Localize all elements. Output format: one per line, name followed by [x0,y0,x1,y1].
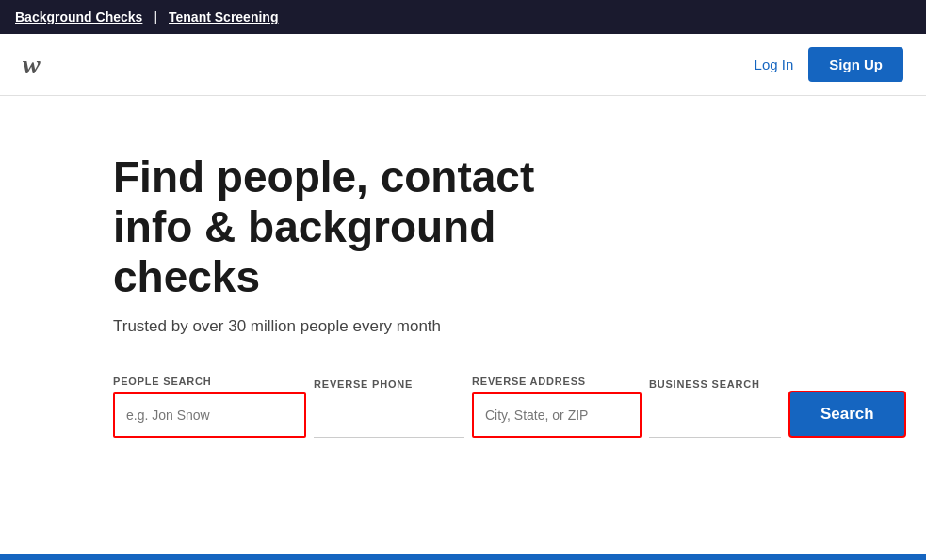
search-button[interactable]: Search [788,391,906,438]
top-bar: Background Checks | Tenant Screening [0,0,926,34]
hero-title: Find people, contact info & background c… [113,152,622,302]
reverse-phone-label: REVERSE PHONE [314,378,464,390]
reverse-address-label: REVERSE ADDRESS [472,376,642,387]
reverse-phone-input[interactable] [314,395,464,438]
header: w Log In Sign Up [0,34,926,96]
signup-button[interactable]: Sign Up [808,47,903,82]
header-actions: Log In Sign Up [755,47,903,82]
tenant-screening-link[interactable]: Tenant Screening [169,9,278,24]
logo: w [23,50,41,80]
top-bar-divider: | [154,9,157,24]
business-search-label: BUSINESS SEARCH [649,378,781,390]
business-search-group: BUSINESS SEARCH [649,378,781,438]
login-link[interactable]: Log In [755,56,794,72]
people-search-label: PEOPLE SEARCH [113,376,306,387]
people-search-input[interactable] [113,392,306,438]
hero-section: Find people, contact info & background c… [0,96,926,475]
reverse-address-group: REVERSE ADDRESS [472,376,642,438]
hero-subtitle: Trusted by over 30 million people every … [113,317,926,336]
reverse-address-input[interactable] [472,392,642,438]
bottom-bar [0,554,926,560]
reverse-phone-group: REVERSE PHONE [314,378,464,438]
background-checks-link[interactable]: Background Checks [15,9,142,24]
business-search-input[interactable] [649,395,781,438]
people-search-group: PEOPLE SEARCH [113,376,306,438]
search-bar: PEOPLE SEARCH REVERSE PHONE REVERSE ADDR… [113,370,926,438]
